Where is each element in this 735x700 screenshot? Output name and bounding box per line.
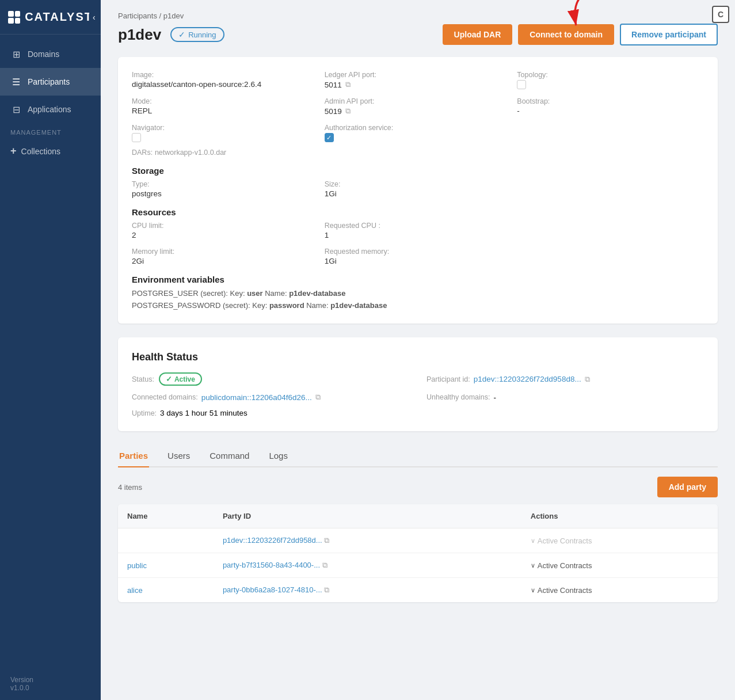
image-label: Image: (132, 71, 319, 79)
row-2-party-id-link[interactable]: party-b7f31560-8a43-4400-... (223, 561, 320, 569)
details-card: Image: digitalasset/canton-open-source:2… (118, 57, 718, 324)
breadcrumb-current: p1dev (163, 12, 184, 20)
ledger-port-copy-icon[interactable]: ⧉ (345, 80, 351, 89)
requested-cpu-value: 1 (325, 231, 512, 239)
image-info: Image: digitalasset/canton-open-source:2… (132, 71, 319, 89)
tab-parties[interactable]: Parties (118, 445, 149, 467)
topology-info: Topology: (517, 71, 704, 89)
domains-icon: ⊞ (10, 48, 22, 60)
row-1-name (118, 528, 214, 553)
row-2-action-btn[interactable]: ∨ Active Contracts (531, 561, 709, 570)
row-2-name: public (118, 553, 214, 578)
add-party-button[interactable]: Add party (657, 477, 718, 497)
top-c-button[interactable]: C (712, 6, 729, 23)
row-2-name-link[interactable]: public (127, 561, 147, 570)
tabs: Parties Users Command Logs (118, 445, 718, 467)
row-3-action-btn[interactable]: ∨ Active Contracts (531, 586, 709, 595)
unhealthy-domains-value: - (493, 393, 496, 402)
resources-title: Resources (132, 207, 704, 217)
health-title: Health Status (132, 351, 704, 363)
sidebar-item-collections[interactable]: + Collections (0, 138, 101, 164)
health-card: Health Status Status: ✓ Active Participa… (118, 337, 718, 431)
storage-type-info: Type: postgres (132, 180, 319, 198)
cpu-limit-value: 2 (132, 231, 319, 239)
row-3-party-id-link[interactable]: party-0bb6a2a8-1027-4810-... (223, 585, 322, 594)
navigator-checkbox[interactable] (132, 133, 141, 142)
storage-size-label: Size: (325, 180, 512, 188)
storage-size-value: 1Gi (325, 189, 512, 198)
unhealthy-domains-row: Unhealthy domains: - (426, 393, 704, 402)
sidebar-item-domains-label: Domains (28, 50, 59, 59)
items-count: 4 items (118, 483, 142, 492)
requested-cpu-label: Requested CPU : (325, 222, 512, 230)
image-value: digitalasset/canton-open-source:2.6.4 (132, 80, 319, 89)
env-var-1-label: POSTGRES_USER (secret): (132, 289, 228, 298)
cpu-limit-info: CPU limit: 2 (132, 222, 319, 239)
row-1-copy-icon[interactable]: ⧉ (324, 536, 329, 545)
chevron-down-icon-2: ∨ (531, 562, 535, 569)
admin-api-label: Admin API port: (325, 97, 512, 105)
env-var-2-key: password (269, 301, 304, 310)
participant-id-copy-icon[interactable]: ⧉ (585, 375, 590, 384)
ledger-api-label: Ledger API port: (325, 71, 512, 79)
connected-domains-copy-icon[interactable]: ⧉ (315, 393, 321, 402)
row-3-name: alice (118, 578, 214, 603)
topology-label: Topology: (517, 71, 704, 79)
app-logo: CATALYST (0, 0, 101, 35)
sidebar: CATALYST ‹ ⊞ Domains ☰ Participants ⊟ Ap… (0, 0, 101, 700)
breadcrumb-separator: / (159, 12, 162, 20)
app-name: CATALYST (25, 10, 93, 24)
navigator-info: Navigator: (132, 124, 319, 142)
bootstrap-label: Bootstrap: (517, 97, 704, 105)
row-1-action: ∨ Active Contracts (521, 528, 718, 553)
admin-api-value: 5019 ⧉ (325, 106, 512, 116)
participant-id-value: p1dev::12203226f72dd958d8... (474, 375, 581, 383)
row-3-name-link[interactable]: alice (127, 586, 143, 595)
memory-limit-label: Memory limit: (132, 248, 319, 256)
parties-table: Name Party ID Actions p1dev::12203226f72… (118, 504, 718, 602)
auth-service-checkbox[interactable]: ✓ (325, 133, 334, 142)
page-title: p1dev (118, 26, 161, 44)
breadcrumb-parent[interactable]: Participants (118, 12, 157, 20)
requested-memory-label: Requested memory: (325, 248, 512, 256)
table-row: p1dev::12203226f72dd958d... ⧉ ∨ Active C… (118, 528, 718, 553)
running-check-icon: ✓ (178, 30, 185, 39)
tab-command[interactable]: Command (208, 445, 250, 467)
connect-domain-button[interactable]: Connect to domain (518, 24, 614, 45)
header-actions: Upload DAR Connect to domain Remove part… (443, 24, 718, 45)
table-row: public party-b7f31560-8a43-4400-... ⧉ ∨ … (118, 553, 718, 578)
sidebar-item-participants[interactable]: ☰ Participants (0, 68, 101, 96)
admin-api-info: Admin API port: 5019 ⧉ (325, 97, 512, 116)
memory-limit-info: Memory limit: 2Gi (132, 248, 319, 265)
storage-type-value: postgres (132, 189, 319, 198)
remove-participant-button[interactable]: Remove participant (620, 24, 718, 45)
table-row: alice party-0bb6a2a8-1027-4810-... ⧉ ∨ A… (118, 578, 718, 603)
participant-id-label: Participant id: (426, 375, 470, 383)
admin-port-copy-icon[interactable]: ⧉ (345, 106, 351, 116)
dars-label: DARs: (132, 149, 153, 157)
auth-service-label: Authorization service: (325, 124, 512, 132)
sidebar-item-domains[interactable]: ⊞ Domains (0, 40, 101, 68)
row-3-party-id: party-0bb6a2a8-1027-4810-... ⧉ (214, 578, 521, 603)
sidebar-item-applications[interactable]: ⊟ Applications (0, 96, 101, 123)
sidebar-nav: ⊞ Domains ☰ Participants ⊟ Applications … (0, 35, 101, 668)
sidebar-collapse-button[interactable]: ‹ (89, 10, 99, 24)
upload-dar-button[interactable]: Upload DAR (443, 24, 513, 45)
row-1-action-btn: ∨ Active Contracts (531, 537, 709, 545)
row-2-copy-icon[interactable]: ⧉ (322, 561, 327, 569)
storage-grid: Type: postgres Size: 1Gi (132, 180, 704, 198)
health-status-row: Status: ✓ Active (132, 372, 409, 386)
tab-users[interactable]: Users (166, 445, 191, 467)
row-3-copy-icon[interactable]: ⧉ (324, 585, 329, 594)
requested-cpu-info: Requested CPU : 1 (325, 222, 512, 239)
row-3-action: ∨ Active Contracts (521, 578, 718, 603)
row-1-party-id-link[interactable]: p1dev::12203226f72dd958d... (223, 536, 322, 545)
collections-label: Collections (21, 147, 60, 156)
storage-size-info: Size: 1Gi (325, 180, 512, 198)
tab-logs[interactable]: Logs (268, 445, 289, 467)
bootstrap-value: - (517, 106, 704, 115)
logo-icon (8, 11, 20, 24)
env-var-2-key-label: Key: (252, 301, 267, 310)
env-vars-title: Environment variables (132, 275, 704, 284)
topology-checkbox[interactable] (517, 80, 526, 89)
